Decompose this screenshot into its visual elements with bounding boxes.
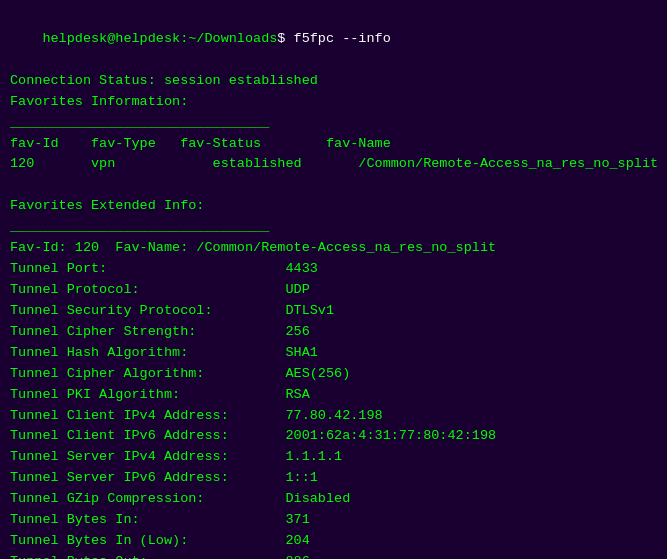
tunnel-client-ipv4: Tunnel Client IPv4 Address: 77.80.42.198	[10, 406, 657, 427]
empty-1	[10, 175, 657, 196]
tunnel-pki-algorithm: Tunnel PKI Algorithm: RSA	[10, 385, 657, 406]
prompt-1: helpdesk@helpdesk:~/Downloads	[42, 31, 277, 46]
tunnel-hash-algorithm: Tunnel Hash Algorithm: SHA1	[10, 343, 657, 364]
divider-1: ________________________________	[10, 113, 657, 134]
tunnel-server-ipv4: Tunnel Server IPv4 Address: 1.1.1.1	[10, 447, 657, 468]
favorites-info-label: Favorites Information:	[10, 92, 657, 113]
connection-status: Connection Status: session established	[10, 71, 657, 92]
terminal: helpdesk@helpdesk:~/Downloads$ f5fpc --i…	[0, 0, 667, 559]
tunnel-server-ipv6: Tunnel Server IPv6 Address: 1::1	[10, 468, 657, 489]
fav-row: 120 vpn established /Common/Remote-Acces…	[10, 154, 657, 175]
command-1: $ f5fpc --info	[277, 31, 390, 46]
tunnel-bytes-in: Tunnel Bytes In: 371	[10, 510, 657, 531]
table-header: fav-Id fav-Type fav-Status fav-Name	[10, 134, 657, 155]
tunnel-security-protocol: Tunnel Security Protocol: DTLSv1	[10, 301, 657, 322]
tunnel-cipher-algorithm: Tunnel Cipher Algorithm: AES(256)	[10, 364, 657, 385]
tunnel-bytes-out: Tunnel Bytes Out: 886	[10, 552, 657, 559]
tunnel-port: Tunnel Port: 4433	[10, 259, 657, 280]
tunnel-client-ipv6: Tunnel Client IPv6 Address: 2001:62a:4:3…	[10, 426, 657, 447]
command-line-1: helpdesk@helpdesk:~/Downloads$ f5fpc --i…	[10, 8, 657, 71]
tunnel-gzip: Tunnel GZip Compression: Disabled	[10, 489, 657, 510]
favorites-extended-label: Favorites Extended Info:	[10, 196, 657, 217]
tunnel-cipher-strength: Tunnel Cipher Strength: 256	[10, 322, 657, 343]
tunnel-protocol: Tunnel Protocol: UDP	[10, 280, 657, 301]
divider-2: ________________________________	[10, 217, 657, 238]
ext-fav-id: Fav-Id: 120 Fav-Name: /Common/Remote-Acc…	[10, 238, 657, 259]
tunnel-bytes-in-low: Tunnel Bytes In (Low): 204	[10, 531, 657, 552]
